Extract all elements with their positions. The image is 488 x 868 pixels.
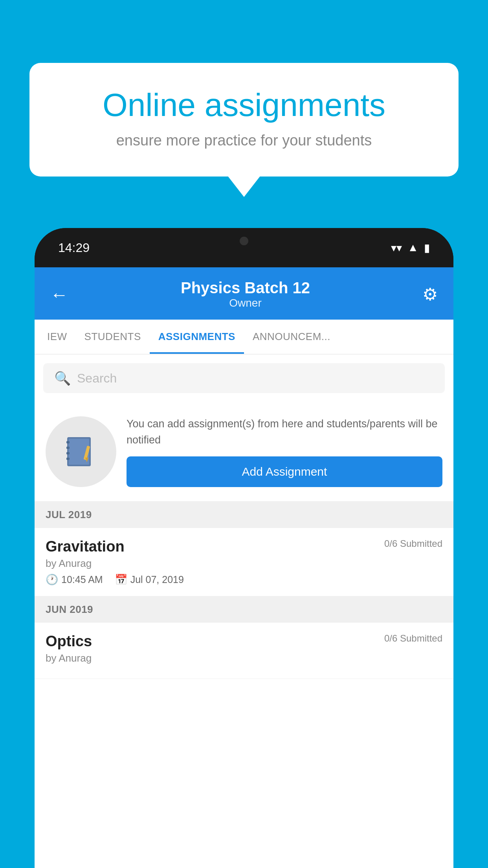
- status-bar: 14:29 ▾▾ ▲ ▮: [35, 228, 453, 267]
- assignment-time-value: 10:45 AM: [61, 574, 103, 585]
- month-header-jul: JUL 2019: [35, 502, 453, 528]
- notch: [209, 228, 279, 250]
- assignment-top: Gravitation 0/6 Submitted: [46, 538, 442, 555]
- assignment-item-gravitation[interactable]: Gravitation 0/6 Submitted by Anurag 🕐 10…: [35, 528, 453, 596]
- tab-assignments[interactable]: ASSIGNMENTS: [150, 320, 244, 354]
- promo-icon-circle: [46, 416, 116, 487]
- promo-description: You can add assignment(s) from here and …: [127, 416, 442, 448]
- bubble-subtitle: ensure more practice for your students: [57, 132, 431, 149]
- search-container: 🔍 Search: [35, 355, 453, 402]
- assignment-top-optics: Optics 0/6 Submitted: [46, 633, 442, 650]
- tab-iew[interactable]: IEW: [39, 320, 76, 354]
- assignment-submitted-optics: 0/6 Submitted: [384, 633, 442, 644]
- settings-icon[interactable]: ⚙: [422, 284, 438, 304]
- assignment-time: 🕐 10:45 AM: [46, 574, 103, 586]
- search-icon: 🔍: [54, 370, 71, 386]
- assignment-by-gravitation: by Anurag: [46, 557, 442, 570]
- header-center: Physics Batch 12 Owner: [181, 279, 310, 309]
- clock-icon: 🕐: [46, 574, 58, 586]
- status-time: 14:29: [58, 241, 90, 255]
- svg-rect-5: [66, 458, 70, 460]
- assignment-date: 📅 Jul 07, 2019: [115, 574, 184, 586]
- assignment-submitted-gravitation: 0/6 Submitted: [384, 538, 442, 549]
- promo-content: You can add assignment(s) from here and …: [127, 416, 442, 487]
- add-assignment-button[interactable]: Add Assignment: [127, 456, 442, 487]
- search-placeholder: Search: [77, 371, 117, 386]
- bubble-title: Online assignments: [57, 86, 431, 123]
- assignment-date-value: Jul 07, 2019: [130, 574, 184, 585]
- assignment-item-optics[interactable]: Optics 0/6 Submitted by Anurag: [35, 623, 453, 679]
- tabs-bar: IEW STUDENTS ASSIGNMENTS ANNOUNCEM...: [35, 320, 453, 355]
- back-button[interactable]: ←: [50, 284, 68, 305]
- svg-rect-3: [66, 447, 70, 449]
- header-title: Physics Batch 12: [181, 279, 310, 297]
- assignment-name-gravitation: Gravitation: [46, 538, 125, 555]
- assignment-meta-gravitation: 🕐 10:45 AM 📅 Jul 07, 2019: [46, 574, 442, 586]
- notebook-icon: [63, 434, 99, 469]
- speech-bubble: Online assignments ensure more practice …: [29, 63, 459, 177]
- assignment-by-optics: by Anurag: [46, 652, 442, 664]
- svg-rect-2: [66, 441, 70, 443]
- wifi-icon: ▾▾: [391, 241, 402, 254]
- phone-frame: 14:29 ▾▾ ▲ ▮ ← Physics Batch 12 Owner ⚙: [35, 228, 453, 868]
- speech-bubble-container: Online assignments ensure more practice …: [29, 63, 459, 177]
- promo-section: You can add assignment(s) from here and …: [35, 402, 453, 502]
- app-screen: ← Physics Batch 12 Owner ⚙ IEW STUDENTS …: [35, 267, 453, 868]
- signal-icon: ▲: [407, 241, 418, 254]
- assignment-name-optics: Optics: [46, 633, 92, 650]
- header-subtitle: Owner: [181, 297, 310, 309]
- tab-announcements[interactable]: ANNOUNCEM...: [244, 320, 339, 354]
- month-header-jun: JUN 2019: [35, 596, 453, 623]
- app-header: ← Physics Batch 12 Owner ⚙: [35, 267, 453, 320]
- search-bar[interactable]: 🔍 Search: [43, 363, 445, 393]
- svg-rect-4: [66, 452, 70, 454]
- status-icons: ▾▾ ▲ ▮: [391, 241, 430, 254]
- calendar-icon: 📅: [115, 574, 127, 586]
- tab-students[interactable]: STUDENTS: [76, 320, 150, 354]
- battery-icon: ▮: [424, 241, 430, 254]
- notch-camera: [240, 237, 248, 245]
